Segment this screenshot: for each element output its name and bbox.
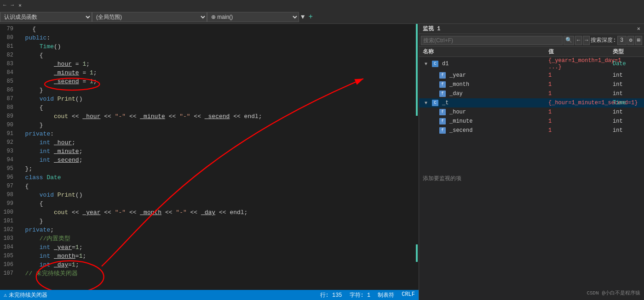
- code-area[interactable]: { public: Time() { _hour = 1; _minute = …: [16, 24, 412, 290]
- status-right: 行: 135 字符: 1 制表符 CRLF: [320, 291, 415, 299]
- top-bar: ← → ✕: [0, 0, 644, 10]
- watch-title: 监视 1: [423, 25, 440, 33]
- encoding-indicator: 制表符: [378, 291, 394, 299]
- grid-btn[interactable]: ⊞: [635, 36, 642, 45]
- main-area: 7980818283848586878889909192939495969798…: [0, 24, 644, 300]
- watch-item[interactable]: f _month 1 int: [419, 80, 644, 89]
- watch-column-headers: 名称 值 类型: [419, 47, 644, 57]
- close-btn[interactable]: ✕: [17, 2, 23, 8]
- toolbar-arrow: ▼: [299, 13, 306, 21]
- method-select[interactable]: ⊕ main(): [207, 12, 299, 22]
- watch-panel: 监视 1 ✕ 🔍 ← → 搜索深度: 3 ⚙ ⊞ 名称 值 类型 ▼ C d1 …: [419, 24, 644, 300]
- fwd-search-btn[interactable]: →: [583, 36, 590, 45]
- add-toolbar-btn[interactable]: +: [306, 13, 315, 21]
- line-numbers: 7980818283848586878889909192939495969798…: [0, 24, 16, 290]
- func-select[interactable]: 认识成员函数: [0, 12, 92, 22]
- col-value: 值: [548, 48, 613, 56]
- green-bar: [416, 24, 418, 116]
- back-search-btn[interactable]: ←: [575, 36, 582, 45]
- code-content: 7980818283848586878889909192939495969798…: [0, 24, 419, 290]
- col-name: 名称: [423, 48, 548, 56]
- scope-select[interactable]: (全局范围): [92, 12, 207, 22]
- watch-item[interactable]: ▼ C d1 {_year=1_month=1_day=1 ...} Date: [419, 57, 644, 71]
- config-btn[interactable]: ⚙: [627, 36, 634, 45]
- line-ending-indicator: CRLF: [402, 291, 415, 299]
- forward-btn[interactable]: →: [10, 2, 16, 8]
- watch-item[interactable]: f _secend 1 int: [419, 126, 644, 135]
- col-type: 类型: [613, 48, 640, 56]
- watch-item[interactable]: f _year 1 int: [419, 71, 644, 80]
- toolbar: 认识成员函数 (全局范围) ⊕ main() ▼ +: [0, 10, 644, 24]
- watch-item[interactable]: f _day 1 int: [419, 89, 644, 98]
- green-bar-2: [416, 244, 418, 262]
- search-icon-btn[interactable]: 🔍: [564, 36, 574, 45]
- search-depth-label: 搜索深度:: [591, 36, 616, 44]
- watch-items-list: ▼ C d1 {_year=1_month=1_day=1 ...} Date …: [419, 57, 644, 173]
- col-indicator: 字符: 1: [350, 291, 371, 299]
- error-icon: ⚠: [4, 292, 7, 299]
- status-bar: ⚠ 未完待续关闭器 行: 135 字符: 1 制表符 CRLF: [0, 290, 419, 300]
- watch-item[interactable]: ▼ C _t {_hour=1_minute=1_secend=1} Time: [419, 98, 644, 108]
- back-btn[interactable]: ←: [2, 2, 8, 8]
- watch-search-input[interactable]: [421, 36, 563, 45]
- watch-close-btn[interactable]: ✕: [637, 25, 640, 32]
- row-indicator: 行: 135: [320, 291, 342, 299]
- csdn-watermark: CSDN @小白不是程序猿: [586, 289, 640, 296]
- watch-toolbar: 🔍 ← → 搜索深度: 3 ⚙ ⊞: [419, 34, 644, 47]
- watch-header: 监视 1 ✕: [419, 24, 644, 34]
- code-panel: 7980818283848586878889909192939495969798…: [0, 24, 419, 300]
- error-section: ⚠ 未完待续关闭器: [4, 291, 47, 299]
- watch-item[interactable]: f _hour 1 int: [419, 108, 644, 117]
- scroll-margin: [412, 24, 419, 290]
- error-text: 未完待续关闭器: [9, 291, 47, 299]
- depth-value[interactable]: 3: [617, 36, 627, 45]
- add-watch-label[interactable]: 添加要监视的项: [419, 173, 644, 184]
- watch-item[interactable]: f _minute 1 int: [419, 117, 644, 126]
